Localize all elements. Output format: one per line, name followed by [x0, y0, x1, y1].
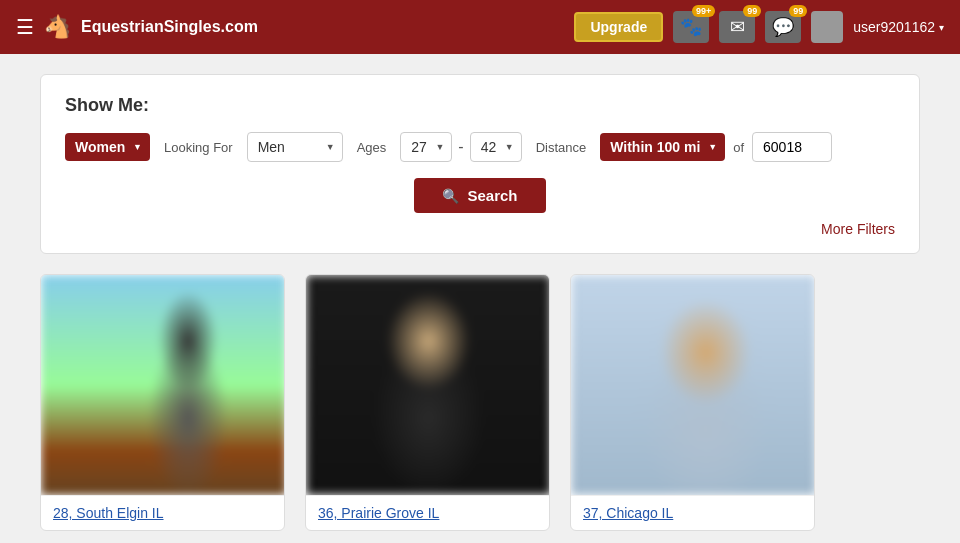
- notifications-icon-wrap[interactable]: 🐾 99+: [673, 11, 709, 43]
- age-max-wrap[interactable]: 303540 424550: [470, 132, 522, 162]
- cards-row: 28, South Elgin IL 36, Prairie Grove IL …: [40, 274, 920, 531]
- card-info: 37, Chicago IL: [571, 495, 814, 530]
- profile-photo: [306, 275, 550, 495]
- main-content: Show Me: Women Men Looking For Men Women…: [0, 54, 960, 543]
- distance-group: Within 25 mi Within 50 mi Within 75 mi W…: [600, 132, 832, 162]
- age-dash: -: [458, 138, 463, 156]
- looking-for-label: Looking For: [164, 140, 233, 155]
- username-menu[interactable]: user9201162 ▾: [853, 19, 944, 35]
- search-btn-row: 🔍 Search: [65, 178, 895, 213]
- search-button[interactable]: 🔍 Search: [414, 178, 545, 213]
- looking-for-select[interactable]: Men Women Everyone: [247, 132, 343, 162]
- card-info: 28, South Elgin IL: [41, 495, 284, 530]
- age-min-select[interactable]: 18202224 273035: [400, 132, 452, 162]
- ages-label: Ages: [357, 140, 387, 155]
- card-image: [306, 275, 550, 495]
- chat-icon-wrap[interactable]: 💬 99: [765, 11, 801, 43]
- search-panel: Show Me: Women Men Looking For Men Women…: [40, 74, 920, 254]
- chat-badge: 99: [789, 5, 807, 17]
- zip-input[interactable]: [752, 132, 832, 162]
- card-image: [41, 275, 285, 495]
- more-filters-link[interactable]: More Filters: [821, 221, 895, 237]
- profile-photo: [571, 275, 815, 495]
- messages-badge: 99: [743, 5, 761, 17]
- looking-for-select-wrap[interactable]: Men Women Everyone: [247, 132, 343, 162]
- upgrade-button[interactable]: Upgrade: [574, 12, 663, 42]
- search-btn-label: Search: [467, 187, 517, 204]
- profile-card[interactable]: 36, Prairie Grove IL: [305, 274, 550, 531]
- profile-link[interactable]: 37, Chicago IL: [583, 505, 673, 521]
- distance-label: Distance: [536, 140, 587, 155]
- profile-card[interactable]: 28, South Elgin IL: [40, 274, 285, 531]
- logo-icon: 🐴: [44, 14, 71, 40]
- distance-select[interactable]: Within 25 mi Within 50 mi Within 75 mi W…: [600, 133, 725, 161]
- messages-icon-wrap[interactable]: ✉ 99: [719, 11, 755, 43]
- filters-row: Women Men Looking For Men Women Everyone…: [65, 132, 895, 162]
- profile-photo: [41, 275, 285, 495]
- age-max-select[interactable]: 303540 424550: [470, 132, 522, 162]
- profile-link[interactable]: 36, Prairie Grove IL: [318, 505, 439, 521]
- profile-link[interactable]: 28, South Elgin IL: [53, 505, 164, 521]
- distance-select-wrap[interactable]: Within 25 mi Within 50 mi Within 75 mi W…: [600, 133, 725, 161]
- ages-group: 18202224 273035 - 303540 424550: [400, 132, 521, 162]
- more-filters-row: More Filters: [65, 221, 895, 237]
- card-image: [571, 275, 815, 495]
- avatar: [811, 11, 843, 43]
- gender-select[interactable]: Women Men: [65, 133, 150, 161]
- header: ☰ 🐴 EquestrianSingles.com Upgrade 🐾 99+ …: [0, 0, 960, 54]
- of-label: of: [733, 140, 744, 155]
- notifications-badge: 99+: [692, 5, 715, 17]
- site-name: EquestrianSingles.com: [81, 18, 564, 36]
- search-icon: 🔍: [442, 188, 459, 204]
- show-me-title: Show Me:: [65, 95, 895, 116]
- gender-select-wrap[interactable]: Women Men: [65, 133, 150, 161]
- menu-icon[interactable]: ☰: [16, 15, 34, 39]
- age-min-wrap[interactable]: 18202224 273035: [400, 132, 452, 162]
- card-info: 36, Prairie Grove IL: [306, 495, 549, 530]
- chevron-down-icon: ▾: [939, 22, 944, 33]
- username-label: user9201162: [853, 19, 935, 35]
- header-right: Upgrade 🐾 99+ ✉ 99 💬 99 user9201162 ▾: [574, 11, 944, 43]
- profile-card[interactable]: 37, Chicago IL: [570, 274, 815, 531]
